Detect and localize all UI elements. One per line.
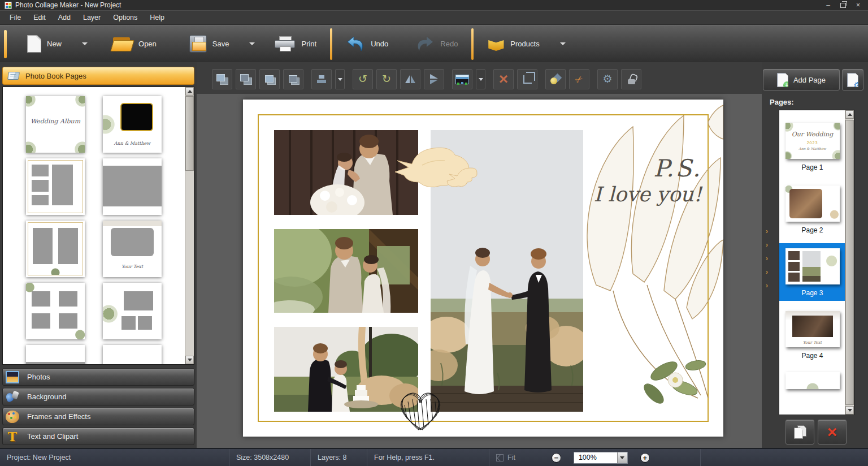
sidebar-section-text-and-clipart[interactable]: TText and Clipart bbox=[2, 428, 194, 445]
scroll-down-icon[interactable] bbox=[185, 356, 194, 364]
delete-button[interactable] bbox=[493, 69, 514, 89]
template-thumb-1[interactable]: Wedding Album bbox=[26, 96, 85, 153]
save-dropdown-caret-icon[interactable] bbox=[249, 42, 255, 45]
flip-horizontal-icon bbox=[405, 75, 416, 84]
align-dropdown-button[interactable] bbox=[335, 69, 345, 89]
add-page-button[interactable]: Add Page bbox=[763, 69, 840, 90]
print-button[interactable]: Print bbox=[274, 36, 316, 52]
template-thumb-5[interactable] bbox=[26, 221, 85, 277]
canvas-page[interactable]: P.S. I love you! bbox=[243, 100, 723, 437]
open-button[interactable]: Open bbox=[111, 36, 157, 52]
menu-item-file[interactable]: File bbox=[3, 11, 27, 24]
scroll-down-icon[interactable] bbox=[845, 406, 854, 415]
redo-button[interactable]: Redo bbox=[415, 36, 458, 53]
lock-icon bbox=[628, 79, 635, 84]
caption-text-layer[interactable]: P.S. I love you! bbox=[593, 155, 702, 207]
scroll-up-icon[interactable] bbox=[845, 110, 854, 119]
page-item-2[interactable]: Page 2 bbox=[779, 180, 845, 238]
send-to-back-button[interactable] bbox=[236, 69, 256, 89]
pages-scrollbar[interactable] bbox=[845, 110, 854, 415]
template-thumb-7[interactable] bbox=[26, 283, 85, 339]
menu-item-help[interactable]: Help bbox=[144, 11, 171, 24]
template-preview bbox=[103, 345, 162, 364]
template-thumb-10[interactable] bbox=[103, 345, 162, 364]
scrollbar-thumb[interactable] bbox=[845, 120, 854, 405]
frames-icon bbox=[6, 411, 19, 423]
settings-icon bbox=[602, 74, 612, 85]
menu-item-options[interactable]: Options bbox=[107, 11, 144, 24]
title-bar: Photo Collage Maker - New Project – × bbox=[0, 0, 868, 10]
send-backward-button[interactable] bbox=[283, 69, 303, 89]
align-button[interactable] bbox=[311, 69, 332, 89]
close-button[interactable]: × bbox=[856, 2, 860, 8]
save-button[interactable]: Save bbox=[189, 35, 255, 53]
scroll-up-icon[interactable] bbox=[185, 87, 194, 96]
page-thumb bbox=[785, 372, 840, 389]
zoom-out-button[interactable]: − bbox=[552, 453, 561, 463]
rotate-right-icon bbox=[382, 74, 391, 85]
template-scrollbar[interactable] bbox=[185, 87, 194, 364]
toolbar-separator bbox=[330, 28, 332, 60]
panel-collapse-handle[interactable] bbox=[766, 229, 768, 288]
lock-button[interactable] bbox=[621, 69, 641, 89]
template-preview: Ann & Matthew bbox=[103, 96, 162, 153]
template-thumb-2[interactable]: Ann & Matthew bbox=[103, 96, 162, 153]
minimize-button[interactable]: – bbox=[826, 2, 830, 8]
template-thumb-9[interactable] bbox=[26, 345, 85, 364]
sidebar-section-photos[interactable]: Photos bbox=[2, 368, 194, 386]
template-thumb-3[interactable] bbox=[26, 158, 85, 215]
crop-button[interactable] bbox=[517, 69, 537, 89]
new-dropdown-caret-icon[interactable] bbox=[82, 42, 88, 45]
products-button[interactable]: Products bbox=[487, 37, 565, 51]
settings-button[interactable] bbox=[597, 69, 618, 89]
photo-2-couple-portrait[interactable] bbox=[274, 229, 418, 313]
bring-forward-button[interactable] bbox=[259, 69, 280, 89]
fit-photo-button[interactable] bbox=[452, 69, 472, 89]
toolbar-accent bbox=[4, 30, 7, 58]
rotate-left-button[interactable] bbox=[353, 69, 373, 89]
editor-center: P.S. I love you! bbox=[197, 62, 762, 448]
fit-label[interactable]: Fit bbox=[507, 454, 515, 461]
template-thumb-8[interactable] bbox=[103, 283, 162, 339]
menu-item-edit[interactable]: Edit bbox=[27, 11, 52, 24]
chevron-right-icon bbox=[766, 283, 768, 288]
heart-scribble-clipart[interactable] bbox=[391, 386, 450, 434]
photo-book-pages-header[interactable]: Photo Book Pages bbox=[2, 67, 194, 85]
zoom-level-dropdown[interactable]: 100% bbox=[574, 452, 628, 464]
template-thumb-6[interactable]: Your Text bbox=[103, 221, 162, 277]
mask-button[interactable] bbox=[569, 69, 589, 89]
scrollbar-thumb[interactable] bbox=[185, 96, 194, 171]
zoom-dropdown-caret-icon[interactable] bbox=[617, 452, 627, 463]
restore-button[interactable] bbox=[840, 3, 846, 8]
page-item-3[interactable]: Page 3 bbox=[779, 243, 845, 301]
duplicate-page-button[interactable] bbox=[785, 420, 814, 445]
effects-icon bbox=[550, 74, 562, 85]
products-dropdown-caret-icon[interactable] bbox=[560, 42, 566, 45]
bring-to-front-button[interactable] bbox=[212, 69, 232, 89]
page-thumb-text: Ann & Matthew bbox=[785, 146, 840, 150]
delete-page-button[interactable]: × bbox=[818, 420, 847, 445]
undo-button[interactable]: Undo bbox=[346, 36, 388, 53]
new-button[interactable]: New bbox=[27, 35, 88, 53]
page-settings-button[interactable] bbox=[842, 69, 863, 90]
leaves-decoration[interactable] bbox=[579, 104, 723, 421]
zoom-in-button[interactable]: + bbox=[640, 453, 650, 463]
menu-item-add[interactable]: Add bbox=[52, 11, 77, 24]
doves-clipart[interactable] bbox=[393, 140, 478, 202]
page-item-4[interactable]: Your TextPage 4 bbox=[779, 306, 845, 364]
page-item-5[interactable] bbox=[779, 369, 845, 389]
sidebar-section-background[interactable]: Background bbox=[2, 388, 194, 405]
rotate-right-button[interactable] bbox=[376, 69, 397, 89]
page-item-1[interactable]: Our Wedding2023Ann & MatthewPage 1 bbox=[779, 118, 845, 175]
page-label: Page 1 bbox=[801, 163, 823, 171]
menu-item-layer[interactable]: Layer bbox=[77, 11, 107, 24]
fit-icon[interactable] bbox=[496, 454, 504, 461]
effects-button[interactable] bbox=[545, 69, 566, 89]
left-panel-sections: PhotosBackgroundFrames and EffectsTText … bbox=[2, 368, 194, 445]
template-thumb-4[interactable] bbox=[103, 158, 162, 215]
fit-photo-dropdown-button[interactable] bbox=[476, 69, 485, 89]
flip-horizontal-button[interactable] bbox=[400, 69, 420, 89]
flip-vertical-button[interactable] bbox=[424, 69, 444, 89]
status-bar: Project: New Project Size: 3508x2480 Lay… bbox=[0, 448, 868, 466]
sidebar-section-frames-and-effects[interactable]: Frames and Effects bbox=[2, 408, 194, 425]
